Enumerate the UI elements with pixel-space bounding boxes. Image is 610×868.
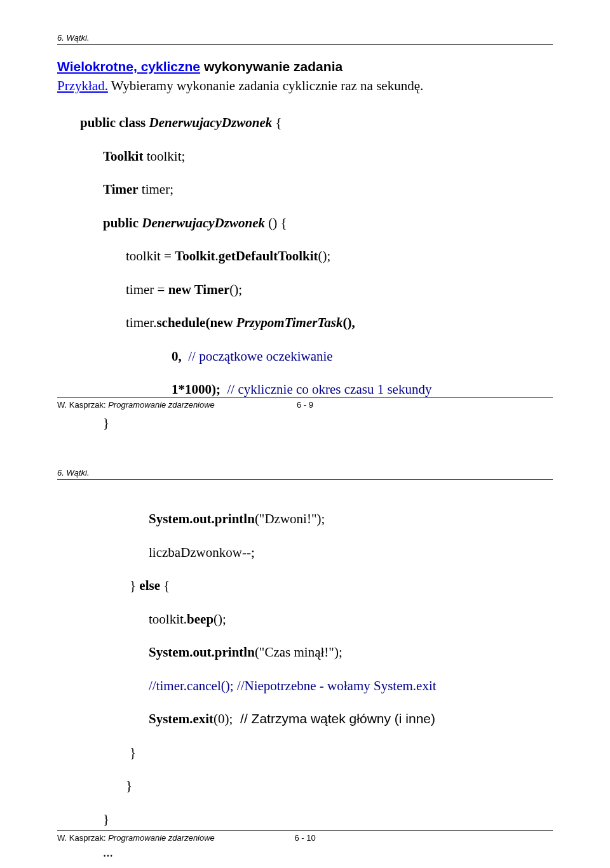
page-footer-2: W. Kasprzak: Programowanie zdarzeniowe 6… (57, 830, 553, 843)
kw-else: else (139, 578, 160, 593)
var-timer: timer; (139, 182, 173, 197)
kw-toolkit: Toolkit (103, 149, 143, 164)
page-footer-1: W. Kasprzak: Programowanie zdarzeniowe 6… (57, 397, 553, 410)
m-println2: println (215, 644, 255, 660)
page-header: 6. Wątki. (57, 33, 553, 45)
paren2: (); (229, 282, 242, 297)
heading-plain: wykonywanie zadania (200, 59, 342, 74)
system: System. (149, 711, 193, 726)
slash-c: // (149, 678, 156, 693)
brace-else1: } (130, 578, 139, 593)
kw-public-class: public class (80, 115, 149, 130)
sysout2: System.out. (149, 644, 215, 660)
ctor-name: DenerwujacyDzwonek (142, 215, 265, 230)
beep-paren2: (); (214, 611, 226, 627)
ctor-paren: () { (265, 215, 287, 230)
example-label: Przykład. (57, 78, 108, 93)
cancel-paren: (); (221, 678, 237, 693)
comment-cancel: //Niepotrzebne - wołamy System.exit (237, 678, 437, 693)
kw-timer: Timer (103, 182, 139, 197)
assign-timer: timer = (126, 282, 168, 297)
arg-0: 0, (172, 349, 182, 364)
assign-toolkit: toolkit = (126, 248, 175, 264)
kw-new-timer: new Timer (168, 282, 230, 297)
exit-arg: (0); (214, 711, 233, 726)
var-toolkit: toolkit; (143, 149, 185, 164)
toolkit-dot2: toolkit. (149, 611, 187, 627)
brace-else2: { (160, 578, 170, 593)
paren: (); (318, 248, 331, 264)
code-block-2: System.out.println("Dzwoni!"); liczbaDzw… (57, 494, 553, 868)
page-number-1: 6 - 9 (297, 400, 313, 410)
m-getdefault: getDefaultToolkit (219, 248, 318, 264)
sysout: System.out. (149, 511, 215, 526)
brace-c3: } (103, 811, 109, 827)
cls-denerwujacy: DenerwujacyDzwonek (149, 115, 273, 130)
comment-initial: // początkowe oczekiwanie (182, 349, 333, 364)
kw-toolkit-cls: Toolkit (175, 248, 215, 264)
paren-comma: (), (342, 315, 355, 330)
footer-title: Programowanie zdarzeniowe (108, 400, 215, 410)
comment-exit: // Zatrzyma wątek główny (i inne) (233, 711, 435, 726)
section-heading: Wielokrotne, cykliczne wykonywanie zadan… (57, 59, 553, 74)
brace: { (272, 115, 281, 130)
cls-przypom: PrzypomTimerTask (236, 315, 343, 330)
comment-cyclic: // cyklicznie co okres czasu 1 sekundy (220, 382, 431, 397)
brace-close: } (103, 415, 109, 431)
m-schedule: schedule(new (156, 315, 236, 330)
ellipsis: ... (103, 845, 113, 860)
str-czas: ("Czas minął!"); (255, 644, 342, 660)
decr-liczba: liczbaDzwonkow--; (149, 545, 255, 560)
example-text: Wybieramy wykonanie zadania cyklicznie r… (108, 78, 423, 93)
page-number-2: 6 - 10 (294, 833, 315, 843)
heading-link: Wielokrotne, cykliczne (57, 59, 200, 74)
m-beep2: beep (187, 611, 214, 627)
brace-c2: } (126, 778, 132, 793)
m-cancel: cancel (187, 678, 221, 693)
m-exit: exit (193, 711, 214, 726)
example-line: Przykład. Wybieramy wykonanie zadania cy… (57, 78, 553, 94)
arg-1000: 1*1000); (172, 382, 220, 397)
timer-dot2: timer. (156, 678, 187, 693)
footer-author: W. Kasprzak: (57, 400, 108, 410)
timer-dot: timer. (126, 315, 156, 330)
footer-author-2: W. Kasprzak: (57, 833, 108, 843)
brace-c1: } (130, 745, 136, 760)
page-1: 6. Wątki. Wielokrotne, cykliczne wykonyw… (0, 0, 610, 435)
footer-title-2: Programowanie zdarzeniowe (108, 833, 215, 843)
m-println: println (215, 511, 255, 526)
page-2: 6. Wątki. System.out.println("Dzwoni!");… (0, 435, 610, 868)
kw-public: public (103, 215, 142, 230)
page-header-2: 6. Wątki. (57, 468, 553, 480)
str-dzwoni: ("Dzwoni!"); (255, 511, 325, 526)
